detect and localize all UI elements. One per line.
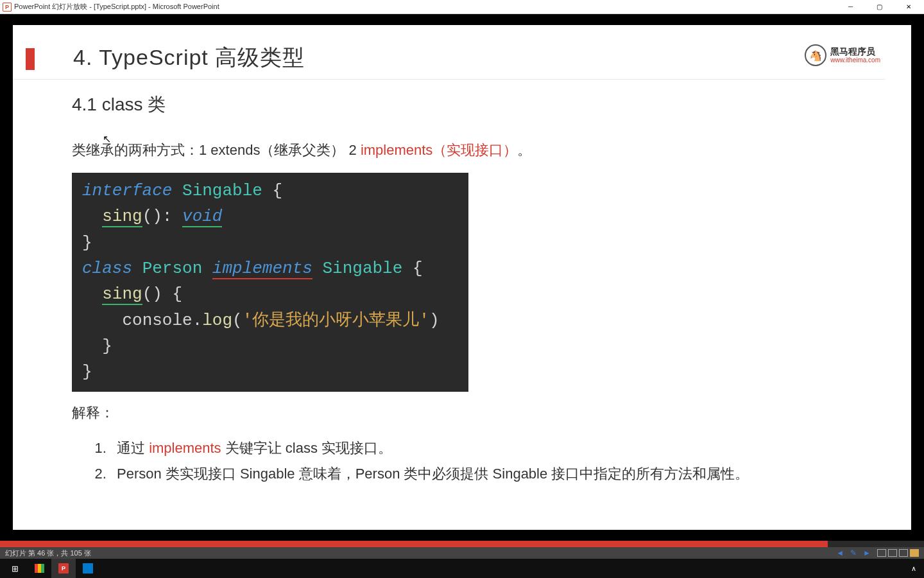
explain-list: 通过 implements 关键字让 class 实现接口。 Person 类实… bbox=[72, 435, 852, 487]
logo-text: 黑马程序员 www.itheima.com bbox=[830, 47, 880, 64]
keyword: implements bbox=[149, 440, 221, 456]
window-titlebar: P PowerPoint 幻灯片放映 - [TypeScript.pptx] -… bbox=[0, 0, 924, 14]
close-button[interactable]: ✕ bbox=[894, 1, 923, 13]
type-person: Person bbox=[142, 259, 203, 278]
titlebar-left: P PowerPoint 幻灯片放映 - [TypeScript.pptx] -… bbox=[3, 2, 219, 12]
kw-void: void bbox=[182, 207, 222, 227]
status-bar: 幻灯片 第 46 张，共 105 张 ◄ ✎ ► bbox=[0, 547, 924, 559]
code-line-2: sing(): void bbox=[82, 204, 458, 229]
vscode-icon bbox=[83, 563, 93, 574]
intro-keyword: implements（实现接口） bbox=[361, 142, 517, 158]
video-progress-bar[interactable] bbox=[0, 541, 924, 547]
next-slide-icon[interactable]: ► bbox=[863, 548, 871, 557]
parens-2: () { bbox=[142, 285, 182, 304]
windows-icon: ⊞ bbox=[12, 564, 19, 574]
explain-label: 解释： bbox=[72, 403, 852, 423]
obj-console: console bbox=[122, 311, 192, 330]
code-line-7: } bbox=[82, 333, 458, 359]
fn-sing-2: sing bbox=[102, 285, 142, 305]
code-line-5: sing() { bbox=[82, 281, 458, 307]
slide: 4. TypeScript 高级类型 🐴 黑马程序员 www.itheima.c… bbox=[13, 25, 911, 530]
code-line-3: } bbox=[82, 230, 458, 256]
brand-logo: 🐴 黑马程序员 www.itheima.com bbox=[805, 44, 880, 66]
window-controls: ─ ▢ ✕ bbox=[836, 1, 923, 13]
minimize-button[interactable]: ─ bbox=[836, 1, 865, 13]
prev-slide-icon[interactable]: ◄ bbox=[836, 548, 844, 557]
code-line-8: } bbox=[82, 359, 458, 385]
intro-pre: 类继承的两种方式：1 extends（继承父类） 2 bbox=[72, 142, 361, 158]
slide-header: 4. TypeScript 高级类型 bbox=[13, 25, 886, 80]
brace-open-2: { bbox=[402, 259, 422, 278]
chrome-button[interactable] bbox=[27, 559, 51, 578]
string-literal: 你是我的小呀小苹果儿 bbox=[252, 311, 419, 330]
text: 关键字让 class 实现接口。 bbox=[221, 440, 392, 456]
brace-open: { bbox=[262, 181, 282, 200]
explain-item-2: Person 类实现接口 Singable 意味着，Person 类中必须提供 … bbox=[110, 461, 852, 487]
status-right: ◄ ✎ ► bbox=[836, 548, 919, 557]
type-singable: Singable bbox=[182, 181, 262, 200]
maximize-button[interactable]: ▢ bbox=[865, 1, 894, 13]
tray-up-button[interactable]: ∧ bbox=[906, 559, 921, 578]
method-log: log bbox=[202, 311, 232, 330]
powerpoint-taskbar-icon: P bbox=[58, 563, 69, 574]
horse-icon: 🐴 bbox=[805, 44, 826, 66]
pen-icon[interactable]: ✎ bbox=[850, 548, 857, 557]
vscode-button[interactable] bbox=[76, 559, 100, 578]
powerpoint-button[interactable]: P bbox=[51, 559, 76, 578]
parens: (): bbox=[142, 207, 173, 226]
brace-close: } bbox=[102, 337, 112, 356]
text: Person 类实现接口 Singable 意味着，Person 类中必须提供 … bbox=[117, 466, 749, 482]
slide-counter: 幻灯片 第 46 张，共 105 张 bbox=[5, 548, 91, 558]
space bbox=[172, 207, 182, 226]
code-line-1: interface Singable { bbox=[82, 178, 458, 204]
view-normal-icon[interactable] bbox=[877, 549, 886, 557]
chrome-icon bbox=[35, 564, 44, 573]
view-buttons bbox=[877, 549, 919, 557]
logo-cn: 黑马程序员 bbox=[830, 47, 880, 57]
code-block: interface Singable { sing(): void } clas… bbox=[72, 173, 468, 391]
kw-interface: interface bbox=[82, 181, 172, 200]
text: 通过 bbox=[117, 440, 149, 456]
paren-open: ( bbox=[232, 311, 243, 330]
explain-item-1: 通过 implements 关键字让 class 实现接口。 bbox=[110, 435, 852, 462]
code-line-4: class Person implements Singable { bbox=[82, 256, 458, 281]
powerpoint-icon: P bbox=[3, 3, 12, 12]
slide-body: 4.1 class 类 ↖ 类继承的两种方式：1 extends（继承父类） 2… bbox=[13, 80, 911, 487]
intro-paragraph: 类继承的两种方式：1 extends（继承父类） 2 implements（实现… bbox=[72, 139, 852, 161]
view-sorter-icon[interactable] bbox=[888, 549, 897, 557]
progress-remaining bbox=[828, 541, 924, 547]
slide-subtitle: 4.1 class 类 bbox=[72, 92, 852, 117]
window-title: PowerPoint 幻灯片放映 - [TypeScript.pptx] - M… bbox=[14, 2, 219, 12]
fn-sing: sing bbox=[102, 207, 142, 227]
kw-class: class bbox=[82, 259, 132, 278]
quote-2: ' bbox=[419, 311, 429, 330]
slideshow-viewport[interactable]: 4. TypeScript 高级类型 🐴 黑马程序员 www.itheima.c… bbox=[0, 14, 924, 541]
taskbar-left: ⊞ P bbox=[3, 559, 100, 578]
accent-bar bbox=[26, 48, 35, 70]
type-singable-2: Singable bbox=[323, 259, 403, 278]
logo-url: www.itheima.com bbox=[830, 57, 880, 64]
quote-1: ' bbox=[243, 311, 253, 330]
view-reading-icon[interactable] bbox=[899, 549, 908, 557]
view-slideshow-icon[interactable] bbox=[910, 549, 919, 557]
intro-post: 。 bbox=[517, 142, 531, 158]
paren-close: ) bbox=[429, 311, 440, 330]
dot: . bbox=[193, 311, 203, 330]
kw-implements: implements bbox=[212, 259, 312, 279]
slide-title: 4. TypeScript 高级类型 bbox=[73, 43, 305, 73]
taskbar: ⊞ P ∧ bbox=[0, 559, 924, 578]
code-line-6: console.log('你是我的小呀小苹果儿') bbox=[82, 308, 458, 333]
start-button[interactable]: ⊞ bbox=[3, 559, 27, 578]
